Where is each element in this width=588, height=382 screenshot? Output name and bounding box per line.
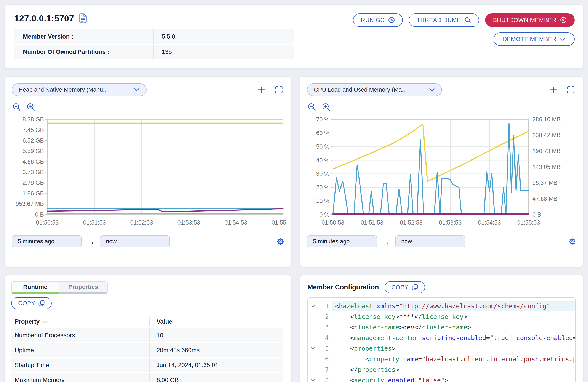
search-icon [464,17,471,23]
cpu-used-memory-card: CPU Load and Used Memory (Ma... [300,76,584,267]
copy-runtime-button[interactable]: COPY [11,297,52,309]
run-gc-label: RUN GC [361,17,385,23]
x-circle-icon [560,17,567,23]
value-cell: 20m 48s 660ms [149,343,283,357]
svg-text:01:53:53: 01:53:53 [177,219,200,226]
svg-text:40 %: 40 % [316,157,330,163]
column-header-value[interactable]: Value [149,317,283,326]
heap-native-memory-card: Heap and Native Memory (Manu... [4,76,292,267]
table-row: Member Version : 5.5.0 [14,29,294,44]
svg-text:4.66 GB: 4.66 GB [22,158,44,165]
chart-metric-select[interactable]: CPU Load and Used Memory (Ma... [307,84,442,96]
code-line: <management-center scripting-enabled="tr… [333,333,575,343]
configuration-code-editor[interactable]: 123456789 <hazelcast xmlns="http://www.h… [307,297,576,382]
run-gc-button[interactable]: RUN GC [353,13,403,27]
info-value: 135 [154,48,172,55]
time-from-input[interactable] [307,235,377,247]
thread-dump-label: THREAD DUMP [417,17,461,23]
chart-settings-gear-icon[interactable] [276,237,285,246]
line-number: 2 [318,311,332,322]
svg-text:143.05 MB: 143.05 MB [532,164,561,170]
shutdown-member-button[interactable]: SHUTDOWN MEMBER [485,13,575,27]
fold-toggle-icon[interactable] [308,343,318,354]
copy-configuration-button[interactable]: COPY [385,281,425,293]
column-header-label: Property [15,318,40,325]
line-number: 7 [318,364,332,375]
runtime-tabs: Runtime Properties [11,281,285,294]
property-cell: Maximum Memory [11,377,149,382]
demote-member-button[interactable]: DEMOTE MEMBER [494,32,575,46]
fold-toggle-icon[interactable] [308,375,318,382]
document-icon[interactable] [79,13,88,24]
sort-ascending-icon [42,320,48,323]
member-configuration-title: Member Configuration [307,283,379,291]
svg-text:47.68 MB: 47.68 MB [532,196,558,202]
fold-toggle-icon[interactable] [308,301,318,311]
line-number: 1 [318,301,332,311]
info-value: 5.5.0 [154,33,175,40]
svg-text:10 %: 10 % [316,198,330,204]
svg-text:190.73 MB: 190.73 MB [532,148,561,155]
table-row: Startup Time Jun 14, 2024, 01:35:01 [11,358,283,372]
svg-text:01:55:53: 01:55:53 [272,219,286,226]
code-line: </properties> [333,364,575,375]
column-header-property[interactable]: Property [11,318,149,325]
svg-text:953.67 MB: 953.67 MB [16,201,44,207]
fold-toggle-icon [308,364,318,375]
line-number: 4 [318,333,332,343]
code-line: <properties> [333,343,575,354]
svg-text:01:51:53: 01:51:53 [83,219,106,226]
svg-text:01:50:53: 01:50:53 [321,219,344,226]
svg-text:0 B: 0 B [532,211,541,218]
fullscreen-icon[interactable] [274,86,283,94]
fullscreen-icon[interactable] [566,86,575,94]
time-to-input[interactable] [395,235,465,247]
add-chart-icon[interactable] [257,86,266,94]
tab-properties[interactable]: Properties [59,281,108,294]
line-number: 3 [318,322,332,333]
page-title: 127.0.0.1:5707 [14,14,74,23]
member-configuration-card: Member Configuration COPY 123456789 <haz… [300,275,584,382]
svg-text:5.59 GB: 5.59 GB [22,148,44,155]
svg-text:01:53:53: 01:53:53 [439,219,462,226]
svg-text:01:51:53: 01:51:53 [361,219,383,226]
svg-text:01:54:53: 01:54:53 [478,219,501,226]
svg-text:50 %: 50 % [316,143,330,150]
fold-toggle-icon [308,333,318,343]
svg-text:01:50:53: 01:50:53 [36,219,59,226]
arrow-right-icon: → [382,237,390,246]
svg-text:60 %: 60 % [316,130,330,136]
svg-text:7.45 GB: 7.45 GB [22,127,44,133]
code-line: <security enabled="false"> [333,375,575,382]
zoom-in-icon[interactable] [26,103,36,112]
time-from-input[interactable] [12,235,82,247]
svg-text:30 %: 30 % [316,170,330,177]
code-fold-gutter [308,298,318,382]
cpu-used-memory-chart[interactable]: 70 %60 %50 %40 %30 %20 %10 %0 %286.10 MB… [307,115,578,228]
table-row: Uptime 20m 48s 660ms [11,343,283,357]
zoom-out-icon[interactable] [12,103,22,112]
fold-toggle-icon [308,311,318,322]
chart-metric-select[interactable]: Heap and Native Memory (Manu... [12,84,147,96]
svg-text:0 %: 0 % [319,211,330,218]
time-to-input[interactable] [100,235,170,247]
add-chart-icon[interactable] [549,86,558,94]
tab-runtime[interactable]: Runtime [11,281,59,294]
chart-metric-selected-value: Heap and Native Memory (Manu... [19,87,108,93]
thread-dump-button[interactable]: THREAD DUMP [409,13,479,27]
arrow-right-icon: → [86,237,95,246]
heap-native-memory-chart[interactable]: 8.38 GB7.45 GB6.52 GB5.59 GB4.66 GB3.73 … [12,115,286,228]
svg-text:95.37 MB: 95.37 MB [532,180,558,186]
bottom-row: Runtime Properties COPY Property [4,275,584,382]
info-label: Number Of Owned Partitions : [14,45,154,59]
chart-metric-selected-value: CPU Load and Used Memory (Ma... [314,87,407,93]
table-row: Maximum Memory 8.00 GB [11,373,283,382]
zoom-in-icon[interactable] [322,103,331,112]
zoom-out-icon[interactable] [307,103,317,112]
chevron-down-icon [134,88,140,92]
svg-text:238.42 MB: 238.42 MB [532,132,561,138]
member-info-table: Member Version : 5.5.0 Number Of Owned P… [14,29,294,59]
chart-settings-gear-icon[interactable] [568,237,576,246]
svg-text:01:54:53: 01:54:53 [224,219,247,226]
svg-text:01:52:53: 01:52:53 [400,219,422,226]
